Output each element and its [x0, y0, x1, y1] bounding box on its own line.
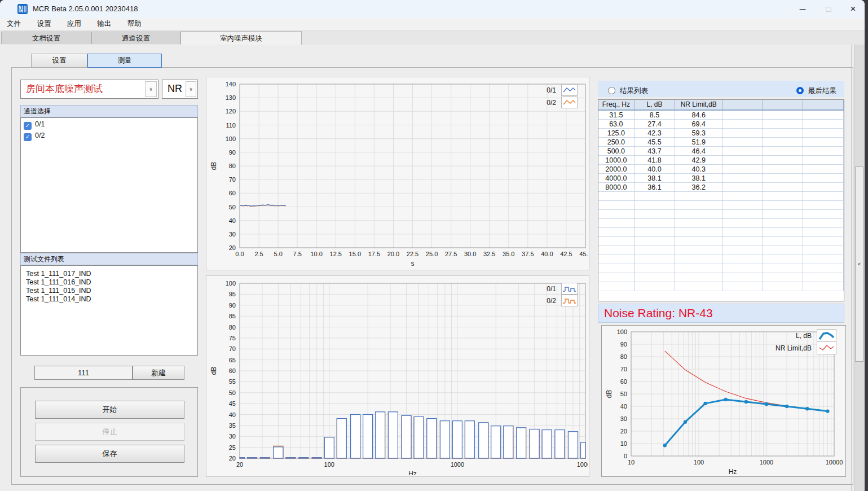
- table-cell: [763, 246, 804, 255]
- table-cell: [722, 129, 763, 138]
- checkbox-checked-icon[interactable]: ✓: [24, 122, 32, 130]
- table-cell: [635, 237, 676, 246]
- table-cell: [722, 255, 763, 264]
- svg-text:1000: 1000: [451, 461, 464, 468]
- table-cell: 4000.0: [598, 174, 635, 183]
- menu-file[interactable]: 文件: [0, 18, 28, 30]
- radio-last-result[interactable]: 最后结果: [796, 85, 836, 96]
- table-cell: [803, 111, 844, 120]
- svg-text:110: 110: [226, 122, 236, 129]
- list-item[interactable]: Test 1_111_016_IND: [21, 278, 197, 287]
- table-cell: 2000.0: [598, 165, 635, 174]
- chevron-down-icon[interactable]: ∨: [186, 81, 196, 97]
- table-cell: [722, 246, 763, 255]
- channel-label: 0/2: [35, 131, 45, 139]
- collapse-panel-handle[interactable]: <: [855, 166, 863, 362]
- channel-item[interactable]: ✓0/1: [21, 120, 197, 129]
- table-cell: [803, 165, 844, 174]
- minimize-button[interactable]: ─: [790, 0, 816, 18]
- test-name-combobox[interactable]: 房间本底噪声测试 ∨: [20, 80, 158, 99]
- table-row: [598, 282, 844, 291]
- table-cell: [722, 165, 763, 174]
- legend-item: L, dB: [795, 330, 836, 341]
- svg-text:32.5: 32.5: [483, 251, 495, 257]
- subtab-measure[interactable]: 测量: [87, 54, 162, 68]
- svg-text:15.0: 15.0: [349, 251, 361, 257]
- checkbox-checked-icon[interactable]: ✓: [24, 133, 32, 141]
- table-cell: [598, 237, 635, 246]
- table-cell: [675, 237, 722, 246]
- table-cell: 250.0: [598, 138, 635, 147]
- table-header-row: Freq., HzL, dBNR Limit,dB: [598, 100, 844, 111]
- close-button[interactable]: ×: [841, 0, 865, 18]
- table-header-cell: NR Limit,dB: [675, 100, 722, 109]
- svg-text:s: s: [411, 260, 415, 268]
- svg-text:30.0: 30.0: [464, 251, 476, 257]
- table-cell: [598, 264, 635, 273]
- radio-result-list[interactable]: 结果列表: [608, 85, 648, 96]
- table-cell: [722, 273, 763, 282]
- table-row: [598, 228, 844, 237]
- radio-selected-icon[interactable]: [796, 87, 804, 94]
- start-button[interactable]: 开始: [35, 401, 184, 419]
- table-cell: [722, 228, 763, 237]
- table-row[interactable]: 63.027.469.4: [598, 120, 844, 129]
- list-item[interactable]: Test 1_111_015_IND: [21, 287, 197, 295]
- svg-text:140: 140: [226, 81, 236, 87]
- session-name-input[interactable]: [34, 366, 133, 380]
- table-cell: [803, 210, 844, 219]
- legend-item: 0/2: [539, 97, 578, 108]
- table-row[interactable]: 8000.036.136.2: [598, 183, 844, 192]
- bar-sample-icon: [561, 295, 578, 306]
- maximize-button[interactable]: □: [816, 0, 841, 18]
- table-cell: [803, 147, 844, 156]
- menu-output[interactable]: 输出: [90, 18, 118, 30]
- app-logo-icon: [17, 4, 28, 14]
- table-row[interactable]: 31.58.584.6: [598, 111, 844, 120]
- rating-type-combobox[interactable]: NR ∨: [162, 80, 198, 99]
- table-row[interactable]: 125.042.359.3: [598, 129, 844, 138]
- table-row[interactable]: 1000.041.842.9: [598, 156, 844, 165]
- table-row[interactable]: 500.043.746.4: [598, 147, 844, 156]
- legend-label: 0/2: [539, 99, 556, 107]
- radio-label: 最后结果: [808, 87, 836, 95]
- svg-text:45.0: 45.0: [579, 251, 588, 257]
- subtab-settings[interactable]: 设置: [31, 54, 87, 68]
- table-row[interactable]: 4000.038.138.1: [598, 174, 844, 183]
- menu-apply[interactable]: 应用: [60, 18, 88, 30]
- tab-document-settings[interactable]: 文档设置: [1, 32, 91, 44]
- table-cell: [763, 183, 804, 192]
- svg-text:70: 70: [620, 366, 627, 372]
- minimize-icon: ─: [800, 4, 806, 14]
- svg-text:30: 30: [229, 231, 236, 238]
- menu-settings[interactable]: 设置: [30, 18, 58, 30]
- tab-channel-settings[interactable]: 通道设置: [91, 32, 180, 44]
- svg-text:120: 120: [226, 108, 236, 115]
- table-cell: [675, 255, 722, 264]
- table-cell: [803, 183, 844, 192]
- svg-text:30: 30: [620, 415, 627, 422]
- list-item[interactable]: Test 1_111_017_IND: [21, 270, 197, 278]
- table-cell: 43.7: [635, 147, 676, 156]
- save-button[interactable]: 保存: [35, 445, 184, 463]
- time-history-plot: 20304050607080901001101201301400.02.55.0…: [206, 77, 589, 270]
- table-row: [598, 246, 844, 255]
- svg-text:0.0: 0.0: [235, 251, 244, 257]
- new-button[interactable]: 新建: [133, 366, 184, 380]
- table-cell: 8.5: [635, 111, 676, 120]
- channel-item[interactable]: ✓0/2: [21, 131, 197, 141]
- table-cell: [803, 219, 844, 228]
- table-row[interactable]: 2000.040.040.3: [598, 165, 844, 174]
- svg-text:90: 90: [620, 341, 627, 348]
- menu-help[interactable]: 帮助: [121, 18, 148, 30]
- table-cell: [803, 192, 844, 201]
- table-row[interactable]: 250.045.551.9: [598, 138, 844, 147]
- chevron-down-icon[interactable]: ∨: [145, 81, 157, 97]
- table-cell: [763, 219, 804, 228]
- radio-unselected-icon[interactable]: [608, 87, 615, 94]
- svg-text:0: 0: [624, 453, 627, 459]
- table-cell: [598, 255, 635, 264]
- table-cell: [763, 129, 804, 138]
- tab-room-noise-module[interactable]: 室内噪声模块: [180, 31, 302, 45]
- list-item[interactable]: Test 1_111_014_IND: [21, 295, 197, 304]
